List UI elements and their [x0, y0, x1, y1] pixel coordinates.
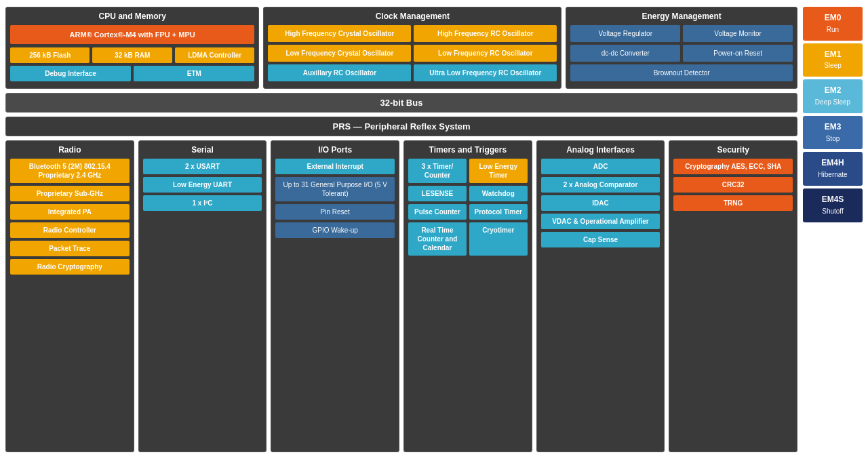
chip-pin-reset: Pin Reset: [275, 204, 395, 220]
em3-label: Stop: [826, 135, 840, 142]
chip-integrated-pa: Integrated PA: [10, 204, 130, 220]
analog-section: Analog Interfaces ADC 2 x Analog Compara…: [536, 140, 665, 452]
chip-cryotimer: Cryotimer: [469, 222, 528, 256]
chip-lf-rc: Low Frequency RC Oscillator: [414, 45, 557, 62]
energy-grid: Voltage Regulator Voltage Monitor dc-dc …: [570, 25, 793, 81]
chip-radio-crypto: Radio Cryptography: [10, 259, 130, 275]
analog-title: Analog Interfaces: [541, 145, 660, 155]
chip-vdac: VDAC & Operational Amplifier: [541, 214, 660, 229]
prs-row: PRS — Peripheral Reflex System: [5, 117, 797, 136]
em2-id: EM2: [825, 85, 842, 95]
chip-lf-crystal: Low Frequency Crystal Oscillator: [268, 45, 411, 62]
timers-grid: 3 x Timer/ Counter Low Energy Timer LESE…: [408, 159, 528, 256]
em4s-id: EM4S: [822, 195, 844, 204]
chip-vmon: Voltage Monitor: [683, 25, 793, 42]
cpu-section: CPU and Memory ARM® Cortex®-M4 with FPU …: [5, 7, 259, 89]
chip-leuart: Low Energy UART: [143, 177, 262, 193]
bus-row: 32-bit Bus: [5, 93, 797, 113]
timers-section: Timers and Triggers 3 x Timer/ Counter L…: [403, 140, 532, 452]
bottom-row: Radio Bluetooth 5 (2M) 802.15.4 Propriet…: [5, 140, 797, 452]
diagram-area: CPU and Memory ARM® Cortex®-M4 with FPU …: [5, 7, 797, 452]
em4h-chip: EM4H Hibernate: [803, 152, 863, 186]
em1-chip: EM1 Sleep: [803, 43, 863, 77]
io-title: I/O Ports: [275, 145, 395, 155]
chip-hf-rc: High Frequency RC Oscillator: [414, 25, 557, 42]
em4h-id: EM4H: [821, 158, 844, 167]
chip-ram: 32 kB RAM: [92, 47, 172, 63]
chip-pulse-counter: Pulse Counter: [408, 204, 467, 220]
em1-id: EM1: [825, 49, 842, 59]
em0-chip: EM0 Run: [803, 7, 863, 41]
em4h-label: Hibernate: [818, 171, 847, 178]
chip-etm: ETM: [134, 66, 254, 81]
chip-por: Power-on Reset: [683, 45, 793, 62]
cpu-row-2: Debug Interface ETM: [10, 66, 254, 81]
em2-chip: EM2 Deep Sleep: [803, 79, 863, 113]
chip-watchdog: Watchdog: [469, 186, 528, 201]
em4s-chip: EM4S Shutoff: [803, 188, 863, 222]
em2-label: Deep Sleep: [815, 98, 850, 106]
chip-bt5: Bluetooth 5 (2M) 802.15.4 Proprietary 2.…: [10, 159, 130, 183]
chip-usart: 2 x USART: [143, 159, 262, 174]
top-row: CPU and Memory ARM® Cortex®-M4 with FPU …: [5, 7, 797, 89]
chip-gpio-wakeup: GPIO Wake-up: [275, 222, 395, 238]
radio-section: Radio Bluetooth 5 (2M) 802.15.4 Propriet…: [5, 140, 134, 452]
chip-radio-ctrl: Radio Controller: [10, 222, 130, 238]
chip-packet-trace: Packet Trace: [10, 241, 130, 256]
em4s-label: Shutoff: [822, 207, 844, 215]
chip-lesense: LESENSE: [408, 186, 467, 201]
timers-title: Timers and Triggers: [408, 145, 528, 155]
energy-section: Energy Management Voltage Regulator Volt…: [566, 7, 797, 89]
chip-trng: TRNG: [673, 195, 793, 211]
cpu-arm-bar: ARM® Cortex®-M4 with FPU + MPU: [10, 25, 254, 44]
chip-rtc: Real Time Counter and Calendar: [408, 222, 467, 256]
chip-gpio31: Up to 31 General Purpose I/O (5 V Tolera…: [275, 177, 395, 201]
chip-crc32: CRC32: [673, 177, 793, 193]
energy-title: Energy Management: [570, 12, 793, 21]
chip-hf-crystal: High Frequency Crystal Oscillator: [268, 25, 411, 42]
main-wrapper: CPU and Memory ARM® Cortex®-M4 with FPU …: [0, 0, 868, 459]
cpu-title: CPU and Memory: [10, 12, 254, 21]
chip-cap-sense: Cap Sense: [541, 232, 660, 247]
em3-chip: EM3 Stop: [803, 116, 863, 150]
chip-crypto: Cryptography AES, ECC, SHA: [673, 159, 793, 174]
chip-protocol-timer: Protocol Timer: [469, 204, 528, 220]
clock-section: Clock Management High Frequency Crystal …: [263, 7, 561, 89]
serial-title: Serial: [143, 145, 262, 155]
em1-label: Sleep: [824, 62, 842, 69]
chip-dcdc: dc-dc Converter: [570, 45, 680, 62]
chip-timer-counter: 3 x Timer/ Counter: [408, 159, 467, 183]
chip-brownout: Brownout Detector: [570, 64, 793, 81]
security-title: Security: [673, 145, 793, 155]
radio-title: Radio: [10, 145, 130, 155]
chip-vreg: Voltage Regulator: [570, 25, 680, 42]
chip-comparator: 2 x Analog Comparator: [541, 177, 660, 193]
chip-aux-rc: Auxillary RC Oscillator: [268, 64, 411, 81]
chip-debug: Debug Interface: [10, 66, 131, 81]
chip-flash: 256 kB Flash: [10, 47, 90, 63]
cpu-row-1: 256 kB Flash 32 kB RAM LDMA Controller: [10, 47, 254, 63]
chip-idac: IDAC: [541, 195, 660, 211]
chip-adc: ADC: [541, 159, 660, 174]
security-section: Security Cryptography AES, ECC, SHA CRC3…: [669, 140, 797, 452]
clock-grid: High Frequency Crystal Oscillator High F…: [268, 25, 557, 81]
chip-le-timer: Low Energy Timer: [469, 159, 528, 183]
em3-id: EM3: [825, 122, 842, 132]
em-sidebar: EM0 Run EM1 Sleep EM2 Deep Sleep EM3 Sto…: [803, 7, 863, 452]
chip-sub-ghz: Proprietary Sub-GHz: [10, 186, 130, 201]
io-section: I/O Ports External Interrupt Up to 31 Ge…: [271, 140, 399, 452]
em0-id: EM0: [825, 13, 842, 22]
em0-label: Run: [827, 26, 839, 33]
chip-i2c: 1 x I²C: [143, 195, 262, 211]
chip-ulf-rc: Ultra Low Frequency RC Oscillator: [414, 64, 557, 81]
chip-ldma: LDMA Controller: [175, 47, 254, 63]
clock-title: Clock Management: [268, 12, 557, 21]
serial-section: Serial 2 x USART Low Energy UART 1 x I²C: [138, 140, 267, 452]
chip-ext-int: External Interrupt: [275, 159, 395, 174]
